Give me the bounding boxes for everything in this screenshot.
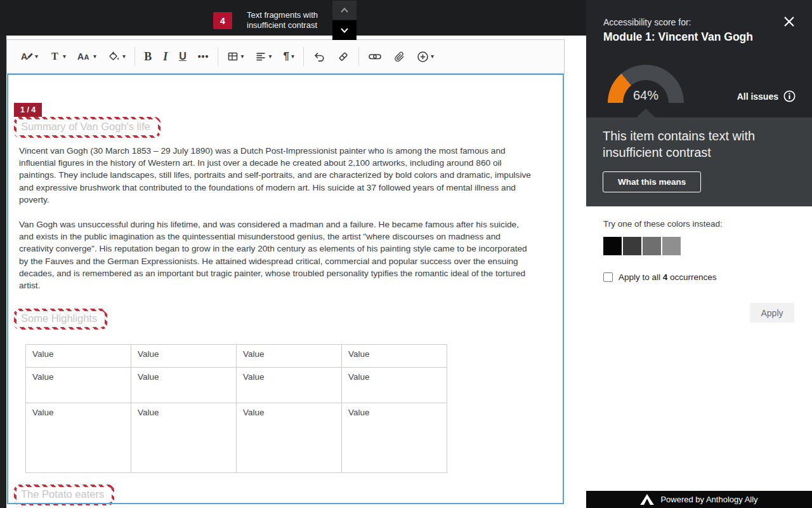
clear-formatting-button[interactable] bbox=[331, 44, 355, 69]
close-panel-button[interactable] bbox=[782, 15, 797, 30]
text-style-button[interactable]: T ▾ bbox=[44, 44, 72, 69]
text-style-icon: T bbox=[49, 51, 61, 62]
alignment-button[interactable]: ▾ bbox=[249, 44, 277, 69]
color-swatch-3[interactable] bbox=[643, 237, 661, 255]
panel-title-label: Accessibility score for: bbox=[603, 17, 691, 27]
paragraph-format-button[interactable]: ¶ ▾ bbox=[278, 44, 301, 69]
apply-all-checkbox[interactable] bbox=[603, 272, 613, 282]
undo-icon bbox=[313, 51, 325, 62]
color-swatch-1[interactable] bbox=[603, 237, 622, 255]
content-border-line bbox=[7, 503, 564, 504]
table-cell[interactable]: Value bbox=[26, 368, 131, 403]
ally-footer[interactable]: Powered by Anthology Ally bbox=[586, 491, 812, 508]
table-cell[interactable]: Value bbox=[342, 403, 447, 473]
all-issues-button[interactable]: All issues bbox=[737, 90, 796, 102]
paragraph-icon: ¶ bbox=[284, 50, 289, 63]
link-icon bbox=[368, 51, 382, 62]
content-table: Value Value Value Value Value Value Valu… bbox=[25, 344, 447, 473]
table-cell[interactable]: Value bbox=[131, 345, 237, 368]
underline-button[interactable]: U bbox=[173, 44, 192, 69]
toolbar-divider bbox=[218, 47, 218, 66]
previous-issue-button[interactable] bbox=[332, 1, 357, 20]
footer-link-label: Powered by Anthology Ally bbox=[660, 495, 757, 504]
table-cell[interactable]: Value bbox=[131, 403, 237, 473]
bold-icon: B bbox=[144, 50, 152, 64]
issue-message-panel: This item contains text with insufficien… bbox=[586, 117, 812, 206]
heading-text: Summary of Van Gogh's life bbox=[16, 119, 158, 135]
table-cell[interactable]: Value bbox=[237, 368, 342, 403]
all-issues-label: All issues bbox=[737, 91, 778, 102]
table-cell[interactable]: Value bbox=[342, 368, 447, 403]
svg-text:T: T bbox=[51, 51, 58, 62]
font-size-button[interactable]: A A ▾ bbox=[72, 44, 102, 69]
apply-all-row: Apply to all 4 occurrences bbox=[603, 272, 794, 282]
align-left-icon bbox=[255, 51, 266, 62]
what-this-means-button[interactable]: What this means bbox=[603, 171, 701, 192]
table-row: Value Value Value Value bbox=[26, 403, 447, 473]
close-icon bbox=[782, 15, 796, 29]
table-cell[interactable]: Value bbox=[26, 403, 131, 473]
issue-message: This item contains text with insufficien… bbox=[603, 128, 796, 161]
plus-circle-icon bbox=[417, 51, 429, 63]
table-cell[interactable]: Value bbox=[237, 345, 342, 368]
table-cell[interactable]: Value bbox=[237, 403, 342, 473]
color-swatch-4[interactable] bbox=[662, 237, 681, 255]
toolbar-divider bbox=[358, 47, 359, 66]
paperclip-icon bbox=[393, 51, 405, 63]
italic-icon: I bbox=[163, 50, 167, 64]
text-color-icon: A bbox=[20, 51, 33, 62]
table-icon bbox=[227, 51, 239, 62]
attachment-button[interactable] bbox=[388, 44, 411, 69]
table-row: Value Value Value Value bbox=[26, 368, 447, 403]
chevron-down-icon bbox=[339, 27, 350, 34]
paint-bucket-icon bbox=[108, 51, 121, 62]
heading-text: The Potato eaters bbox=[16, 487, 112, 503]
toolbar-divider bbox=[303, 47, 304, 66]
color-suggestions-section: Try one of these colors instead: Apply t… bbox=[586, 206, 812, 323]
svg-text:A: A bbox=[77, 51, 84, 62]
message-pointer bbox=[636, 109, 655, 117]
next-issue-button[interactable] bbox=[332, 20, 357, 40]
apply-button[interactable]: Apply bbox=[750, 303, 794, 323]
toolbar-divider bbox=[134, 47, 135, 66]
table-button[interactable]: ▾ bbox=[221, 44, 249, 69]
background-color-button[interactable]: ▾ bbox=[102, 44, 131, 69]
font-size-icon: A A bbox=[77, 51, 91, 62]
panel-title: Module 1: Vincent Van Gogh bbox=[603, 30, 753, 44]
insert-button[interactable]: ▾ bbox=[411, 44, 440, 69]
fragment-counter-badge: 1 / 4 bbox=[14, 103, 42, 117]
undo-button[interactable] bbox=[307, 44, 331, 69]
underline-icon: U bbox=[179, 51, 187, 62]
issue-count-badge: 4 bbox=[213, 12, 232, 29]
color-swatch-2[interactable] bbox=[623, 237, 641, 255]
panel-header: Accessibility score for: Module 1: Vince… bbox=[586, 0, 812, 117]
table-cell[interactable]: Value bbox=[342, 345, 447, 368]
table-row: Value Value Value Value bbox=[26, 345, 447, 368]
anthology-logo-icon bbox=[640, 494, 654, 505]
heading-text: Some Highlights bbox=[16, 311, 105, 327]
issue-navigation-bar: 4 Text fragments with insufficient contr… bbox=[0, 0, 586, 36]
color-swatches bbox=[603, 237, 794, 255]
rich-content-editor: A ▾ T ▾ A A ▾ ▾ B I U bbox=[6, 36, 586, 508]
info-icon bbox=[783, 90, 796, 102]
score-value: 64% bbox=[608, 88, 684, 103]
editor-content-area[interactable]: 1 / 4 Summary of Van Gogh's life Vincent… bbox=[7, 74, 564, 504]
try-colors-label: Try one of these colors instead: bbox=[603, 219, 794, 229]
flagged-heading-highlights[interactable]: Some Highlights bbox=[14, 309, 107, 330]
issue-bar-label: Text fragments with insufficient contras… bbox=[247, 10, 326, 30]
table-cell[interactable]: Value bbox=[131, 368, 237, 403]
more-icon: ••• bbox=[198, 51, 209, 62]
flagged-heading-summary[interactable]: Summary of Van Gogh's life bbox=[14, 117, 160, 138]
bold-button[interactable]: B bbox=[138, 44, 157, 69]
text-color-button[interactable]: A ▾ bbox=[15, 44, 44, 69]
paragraph[interactable]: Vincent van Gogh (30 March 1853 – 29 Jul… bbox=[19, 145, 535, 206]
editor-toolbar: A ▾ T ▾ A A ▾ ▾ B I U bbox=[6, 39, 565, 74]
italic-button[interactable]: I bbox=[157, 44, 173, 69]
svg-text:A: A bbox=[21, 51, 27, 62]
apply-all-label: Apply to all 4 occurrences bbox=[619, 272, 717, 282]
paragraph[interactable]: Van Gogh was unsuccessful during his lif… bbox=[19, 218, 535, 291]
more-formatting-button[interactable]: ••• bbox=[192, 44, 215, 69]
table-cell[interactable]: Value bbox=[26, 345, 131, 368]
svg-text:A: A bbox=[84, 53, 89, 61]
link-button[interactable] bbox=[362, 44, 388, 69]
